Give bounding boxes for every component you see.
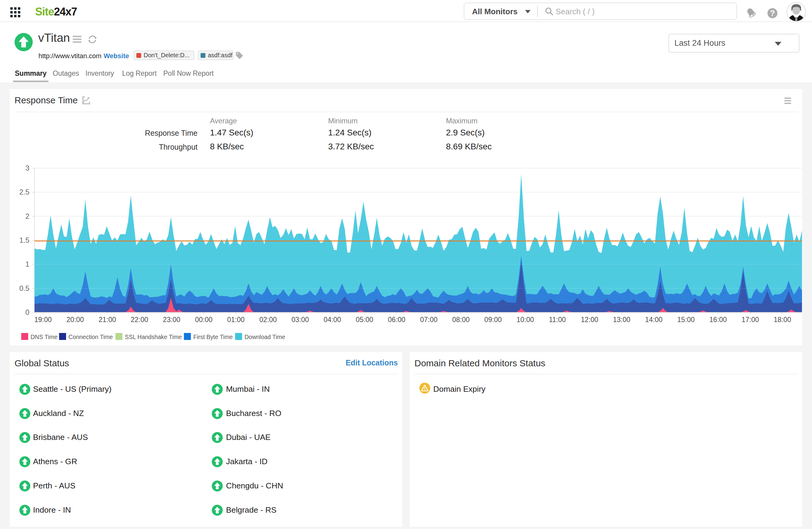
svg-text:16:00: 16:00	[709, 316, 727, 324]
svg-text:07:00: 07:00	[420, 316, 437, 324]
svg-text:0: 0	[26, 308, 29, 316]
svg-text:20:00: 20:00	[66, 316, 84, 324]
svg-text:04:00: 04:00	[323, 316, 341, 324]
svg-text:22:00: 22:00	[131, 316, 148, 324]
svg-text:0.5: 0.5	[19, 284, 29, 292]
svg-text:12:00: 12:00	[581, 316, 598, 324]
svg-text:03:00: 03:00	[291, 316, 309, 324]
svg-text:06:00: 06:00	[388, 316, 405, 324]
svg-text:08:00: 08:00	[452, 316, 470, 324]
svg-text:09:00: 09:00	[484, 316, 502, 324]
svg-text:17:00: 17:00	[741, 316, 759, 324]
svg-text:01:00: 01:00	[227, 316, 245, 324]
svg-text:1.5: 1.5	[19, 236, 29, 244]
svg-text:19:00: 19:00	[34, 316, 52, 324]
svg-text:1: 1	[26, 260, 29, 268]
svg-text:00:00: 00:00	[195, 316, 213, 324]
svg-text:2: 2	[26, 212, 29, 220]
svg-text:2.5: 2.5	[19, 188, 29, 196]
svg-text:05:00: 05:00	[356, 316, 373, 324]
svg-text:02:00: 02:00	[259, 316, 277, 324]
svg-text:10:00: 10:00	[517, 316, 534, 324]
svg-text:14:00: 14:00	[645, 316, 663, 324]
svg-text:18:00: 18:00	[774, 316, 792, 324]
svg-text:3: 3	[26, 164, 29, 172]
svg-text:11:00: 11:00	[549, 316, 566, 324]
svg-text:21:00: 21:00	[99, 316, 116, 324]
svg-text:23:00: 23:00	[163, 316, 180, 324]
svg-text:15:00: 15:00	[677, 316, 695, 324]
svg-text:13:00: 13:00	[613, 316, 630, 324]
